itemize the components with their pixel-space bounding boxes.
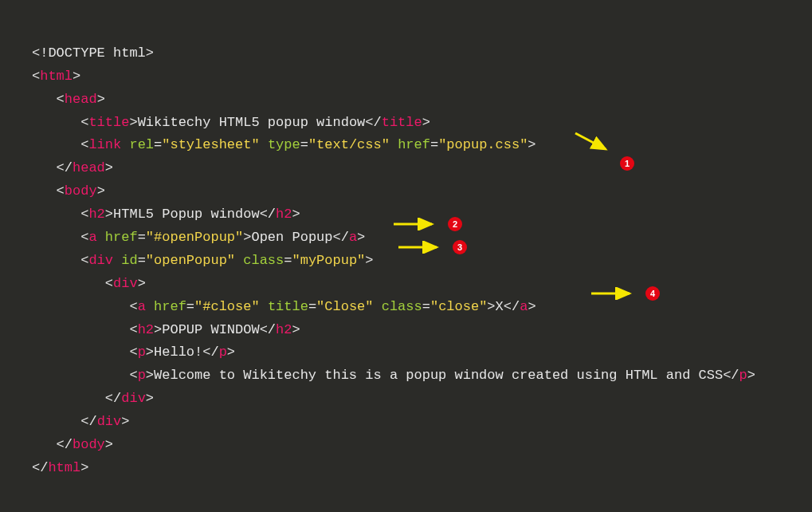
p1-text: Hello!: [154, 345, 202, 360]
div-id-attr: id: [121, 253, 137, 268]
callout-badge-2: 2: [448, 217, 462, 231]
div-class-val: "myPopup": [292, 253, 365, 268]
title-text: Wikitechy HTML5 popup window: [138, 115, 366, 130]
link-rel-val: "stylesheet": [162, 137, 259, 152]
outer-div-close: div: [97, 414, 122, 429]
link-tag: link: [88, 137, 121, 152]
h2-tag-open: h2: [88, 207, 104, 222]
close-title-attr: title: [268, 299, 308, 314]
head-open-tag: head: [65, 92, 97, 107]
arrow-icon-1: [574, 132, 614, 156]
link-rel-attr: rel: [129, 137, 154, 152]
inner-div-close: div: [121, 391, 146, 406]
a-open-href-val: "#openPopup": [146, 230, 243, 245]
arrow-icon-4: [590, 287, 637, 300]
link-href-attr: href: [398, 137, 430, 152]
div-tag-open: div: [88, 253, 113, 268]
body-open-tag: body: [65, 183, 97, 199]
popup-h2-text: POPUP WINDOW: [162, 322, 259, 337]
close-class-val: "close": [430, 299, 487, 314]
a-href-attr: href: [105, 230, 138, 245]
div-class-attr: class: [243, 253, 284, 268]
callout-badge-1: 1: [620, 156, 634, 171]
doctype-line: <!DOCTYPE html>: [32, 45, 154, 61]
arrow-icon-2: [392, 218, 440, 230]
close-title-val: "Close": [316, 299, 373, 314]
p2-tag: p: [138, 368, 146, 383]
html-open-tag: html: [40, 69, 73, 84]
close-href-val: "#close": [194, 299, 260, 314]
head-close-tag: head: [73, 160, 105, 175]
callout-badge-3: 3: [453, 240, 467, 254]
code-block: <!DOCTYPE html> <html> <head> <title>Wik…: [0, 0, 812, 480]
inner-div-open: div: [113, 276, 138, 291]
a-open-text: Open Popup: [251, 230, 332, 245]
title-tag-open: title: [88, 115, 129, 130]
close-x-text: X: [496, 299, 504, 314]
body-close-tag: body: [73, 437, 105, 452]
link-type-val: "text/css": [308, 137, 390, 152]
a-open-tag: a: [88, 230, 96, 245]
close-a-tag: a: [138, 299, 146, 314]
h2-text: HTML5 Popup window: [113, 207, 260, 222]
link-href-val: "popup.css": [438, 137, 528, 152]
svg-line-1: [575, 133, 606, 149]
div-id-val: "openPopup": [146, 253, 235, 268]
arrow-icon-3: [397, 241, 445, 254]
link-type-attr: type: [268, 137, 300, 152]
html-close-tag: html: [48, 460, 80, 475]
callout-badge-4: 4: [645, 286, 660, 301]
p2-text: Welcome to Wikitechy this is a popup win…: [154, 368, 723, 383]
p1-tag: p: [138, 345, 146, 360]
